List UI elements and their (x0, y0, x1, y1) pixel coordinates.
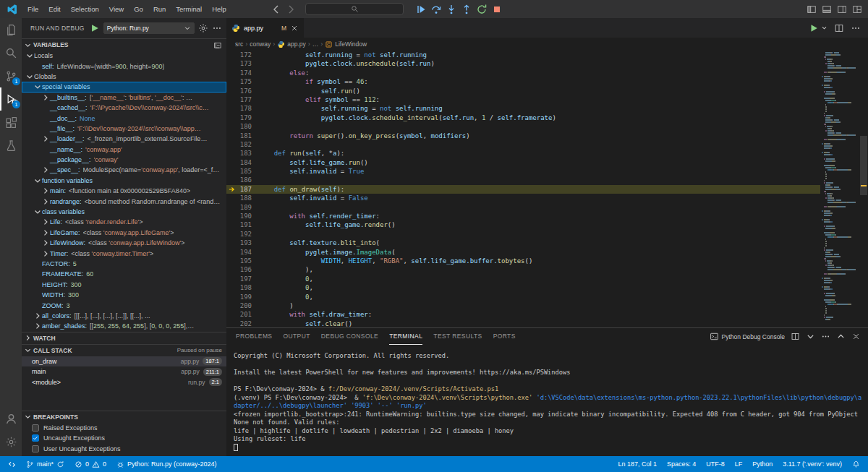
variable-row[interactable]: self:LifeWindow=(width=900, height=900) (22, 61, 226, 71)
code-line-175[interactable]: 175 if symbol == 46: (226, 77, 820, 86)
gutter-line-183[interactable]: 183 (226, 149, 258, 158)
code-line-194[interactable]: 194 pyglet.image.ImageData( (226, 248, 820, 257)
activity-bar-source-control[interactable]: 1 (0, 64, 22, 87)
checkbox[interactable] (32, 445, 39, 452)
gutter-line-190[interactable]: 190 (226, 212, 258, 220)
variable-row[interactable]: Life:<class 'render.render.Life'> (22, 217, 226, 227)
more-actions-icon[interactable] (212, 23, 222, 33)
gutter-line-188[interactable]: 188 (226, 194, 258, 202)
code-line-200[interactable]: 200 ) (226, 301, 820, 310)
gutter-line-189[interactable]: 189 (226, 203, 258, 212)
gutter-line-181[interactable]: 181 (226, 132, 258, 140)
breadcrumb-1[interactable]: conway (250, 40, 271, 48)
close-tab-icon[interactable] (290, 24, 299, 33)
panel-tab-test-results[interactable]: TEST RESULTS (433, 328, 482, 345)
status-problems[interactable]: 00 (69, 456, 111, 472)
code-line-179[interactable]: 179 pyglet.clock.schedule_interval(self.… (226, 113, 820, 122)
command-center[interactable] (305, 3, 404, 15)
step-over-button[interactable] (430, 4, 442, 15)
gutter-line-184[interactable]: 184 (226, 158, 258, 167)
gutter-line-178[interactable]: 178 (226, 104, 258, 113)
code-line-176[interactable]: 176 self.run() (226, 87, 820, 95)
status-remote-indicator[interactable] (3, 456, 21, 472)
console-selector[interactable]: Python Debug Console (710, 332, 785, 341)
menu-run[interactable]: Run (148, 0, 171, 18)
panel-tab-output[interactable]: OUTPUT (283, 328, 310, 345)
code-line-202[interactable]: 202 self.clear() (226, 319, 820, 327)
back-button[interactable] (271, 4, 282, 15)
variable-row[interactable]: __name__:'conway.app' (22, 145, 226, 155)
gutter-line-199[interactable]: 199 (226, 293, 258, 301)
menu-file[interactable]: File (22, 0, 43, 18)
gutter-line-187[interactable]: 187 (226, 185, 258, 194)
chevron-right-icon[interactable] (41, 239, 50, 247)
chevron-right-icon[interactable] (41, 166, 50, 174)
gutter-line-177[interactable]: 177 (226, 95, 258, 104)
chevron-right-icon[interactable] (41, 228, 50, 237)
code-line-201[interactable]: 201 with self.draw_timer: (226, 310, 820, 319)
variable-row[interactable]: Locals (22, 51, 226, 61)
status-python-interpreter[interactable]: 3.11.7 ('.venv': venv) (778, 456, 847, 472)
breakpoint-user-uncaught-exceptions[interactable]: User Uncaught Exceptions (22, 444, 226, 455)
chevron-right-icon[interactable] (41, 93, 50, 102)
activity-bar-settings[interactable] (0, 430, 22, 453)
gutter-line-179[interactable]: 179 (226, 113, 258, 122)
variable-row[interactable]: special variables (22, 82, 226, 92)
breadcrumb-2[interactable]: app.py (277, 40, 306, 48)
code-area[interactable]: 172 self.running = not self.running 173 … (226, 51, 820, 327)
variable-row[interactable]: LifeGame:<class 'conway.app.LifeGame'> (22, 228, 226, 238)
activity-bar-explorer[interactable] (0, 18, 22, 41)
gutter-line-175[interactable]: 175 (226, 77, 258, 86)
status-git-branch[interactable]: main* (21, 456, 69, 472)
step-out-button[interactable] (461, 4, 472, 15)
code-line-181[interactable]: 181 return super().on_key_press(symbol, … (226, 132, 820, 140)
debug-settings-gear-button[interactable] (198, 23, 208, 33)
activity-bar-accounts[interactable] (0, 407, 22, 430)
code-line-174[interactable]: 174 else: (226, 69, 820, 77)
gutter-line-194[interactable]: 194 (226, 248, 258, 257)
code-line-192[interactable]: 192 (226, 230, 820, 239)
watch-section-header[interactable]: WATCH (22, 332, 226, 344)
gutter-line-201[interactable]: 201 (226, 310, 258, 319)
variable-row[interactable]: main:<function main at 0x000002529B5FA84… (22, 186, 226, 196)
minimap[interactable] (820, 51, 859, 327)
variable-row[interactable]: FACTOR:5 (22, 259, 226, 269)
gutter-line-176[interactable]: 176 (226, 87, 258, 95)
toggle-panel-button[interactable] (822, 4, 832, 14)
menu-selection[interactable]: Selection (66, 0, 104, 18)
gutter-line-180[interactable]: 180 (226, 122, 258, 131)
breakpoints-section-header[interactable]: BREAKPOINTS (22, 411, 226, 423)
chevron-down-icon[interactable] (33, 176, 42, 185)
variable-row[interactable]: HEIGHT:300 (22, 280, 226, 290)
code-line-198[interactable]: 198 0, (226, 283, 820, 292)
activity-bar-extensions[interactable] (0, 111, 22, 134)
gutter-line-192[interactable]: 192 (226, 230, 258, 239)
variable-row[interactable]: __spec__:ModuleSpec(name='conway.app', l… (22, 165, 226, 175)
menu-go[interactable]: Go (129, 0, 148, 18)
variable-row[interactable]: __package__:'conway' (22, 155, 226, 165)
variable-row[interactable]: function variables (22, 176, 226, 186)
launch-profile-caret-icon[interactable] (806, 332, 815, 341)
stack-frame-ondraw[interactable]: on_draw app.py 187:1 (22, 356, 226, 367)
code-line-197[interactable]: 197 0, (226, 275, 820, 283)
variables-section-header[interactable]: VARIABLES (22, 39, 226, 51)
code-line-187[interactable]: 187 def on_draw(self): (226, 185, 820, 194)
gutter-line-172[interactable]: 172 (226, 51, 258, 59)
gutter-line-193[interactable]: 193 (226, 239, 258, 247)
run-python-file-button[interactable] (809, 23, 819, 33)
breadcrumb-0[interactable]: src (235, 40, 243, 48)
close-panel-icon[interactable] (851, 332, 861, 341)
variable-row[interactable]: amber_shades:[[255, 255, 64, 255], [0, 0… (22, 321, 226, 331)
gutter-line-198[interactable]: 198 (226, 283, 258, 292)
gutter-line-185[interactable]: 185 (226, 167, 258, 176)
code-line-185[interactable]: 185 self.invalid = True (226, 167, 820, 176)
restart-button[interactable] (476, 4, 488, 15)
status-notifications[interactable] (847, 456, 865, 472)
variable-row[interactable]: Globals (22, 72, 226, 82)
tab-app-py[interactable]: app.py M (226, 18, 305, 38)
terminal-prompt-line[interactable] (234, 444, 865, 453)
panel-tab-terminal[interactable]: TERMINAL (389, 328, 422, 345)
activity-bar-search[interactable] (0, 41, 22, 64)
variable-row[interactable]: Timer:<class 'conway.timer.Timer'> (22, 248, 226, 258)
code-line-196[interactable]: 196 ), (226, 265, 820, 274)
